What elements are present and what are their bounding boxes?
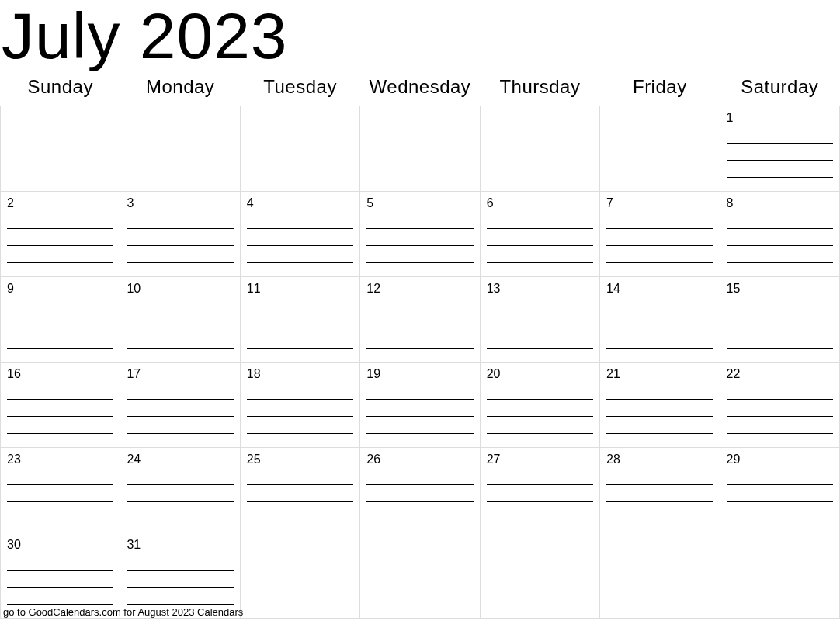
writing-lines bbox=[487, 468, 593, 519]
day-number: 31 bbox=[127, 538, 233, 552]
calendar-day-cell: 27 bbox=[480, 448, 599, 533]
day-number: 28 bbox=[606, 453, 713, 467]
writing-lines bbox=[366, 297, 473, 349]
calendar-day-cell: 23 bbox=[1, 448, 120, 533]
writing-lines bbox=[487, 212, 593, 263]
day-number: 15 bbox=[727, 282, 833, 296]
calendar-day-cell bbox=[360, 106, 480, 192]
calendar-day-cell: 28 bbox=[600, 448, 720, 533]
day-number: 14 bbox=[606, 282, 713, 296]
calendar-day-cell: 9 bbox=[1, 277, 120, 363]
day-number: 7 bbox=[606, 196, 713, 210]
day-number: 1 bbox=[727, 111, 833, 125]
weekday-header: Wednesday bbox=[360, 71, 480, 106]
weekday-header: Saturday bbox=[720, 71, 839, 106]
writing-lines bbox=[727, 383, 833, 434]
writing-lines bbox=[7, 553, 113, 605]
day-number: 11 bbox=[247, 282, 353, 296]
day-number: 8 bbox=[727, 196, 833, 210]
calendar-day-cell: 4 bbox=[240, 192, 359, 277]
writing-lines bbox=[247, 383, 353, 434]
calendar-week-row: 2345678 bbox=[1, 192, 840, 277]
calendar-day-cell: 17 bbox=[120, 363, 240, 448]
calendar-day-cell: 14 bbox=[600, 277, 720, 363]
day-number: 4 bbox=[247, 196, 353, 210]
writing-lines bbox=[127, 297, 233, 349]
calendar-day-cell: 2 bbox=[1, 192, 120, 277]
day-number: 2 bbox=[7, 196, 113, 210]
writing-lines bbox=[727, 127, 833, 178]
calendar-day-cell: 18 bbox=[240, 363, 359, 448]
writing-lines bbox=[127, 212, 233, 263]
calendar-day-cell bbox=[240, 106, 359, 192]
calendar-day-cell: 22 bbox=[720, 363, 839, 448]
writing-lines bbox=[127, 383, 233, 434]
day-number: 6 bbox=[487, 196, 593, 210]
calendar-day-cell bbox=[600, 106, 720, 192]
day-number: 10 bbox=[127, 282, 233, 296]
day-number: 16 bbox=[7, 367, 113, 381]
day-number: 12 bbox=[366, 282, 473, 296]
day-number: 21 bbox=[606, 367, 713, 381]
calendar-day-cell: 7 bbox=[600, 192, 720, 277]
weekday-header: Monday bbox=[120, 71, 240, 106]
writing-lines bbox=[487, 297, 593, 349]
day-number: 9 bbox=[7, 282, 113, 296]
calendar-body: 1234567891011121314151617181920212223242… bbox=[1, 106, 840, 619]
calendar-day-cell: 29 bbox=[720, 448, 839, 533]
calendar-day-cell: 10 bbox=[120, 277, 240, 363]
writing-lines bbox=[606, 468, 713, 519]
calendar-day-cell bbox=[720, 533, 839, 619]
day-number: 20 bbox=[487, 367, 593, 381]
weekday-header: Sunday bbox=[1, 71, 120, 106]
weekday-header: Thursday bbox=[480, 71, 599, 106]
calendar-grid: Sunday Monday Tuesday Wednesday Thursday… bbox=[0, 71, 840, 619]
calendar-day-cell: 1 bbox=[720, 106, 839, 192]
calendar-day-cell: 21 bbox=[600, 363, 720, 448]
writing-lines bbox=[366, 383, 473, 434]
calendar-day-cell: 19 bbox=[360, 363, 480, 448]
day-number: 30 bbox=[7, 538, 113, 552]
writing-lines bbox=[7, 468, 113, 519]
calendar-day-cell: 8 bbox=[720, 192, 839, 277]
day-number: 18 bbox=[247, 367, 353, 381]
writing-lines bbox=[127, 553, 233, 605]
writing-lines bbox=[7, 383, 113, 434]
weekday-header-row: Sunday Monday Tuesday Wednesday Thursday… bbox=[1, 71, 840, 106]
calendar-day-cell: 15 bbox=[720, 277, 839, 363]
calendar-week-row: 16171819202122 bbox=[1, 363, 840, 448]
day-number: 23 bbox=[7, 453, 113, 467]
calendar-day-cell bbox=[480, 106, 599, 192]
calendar-day-cell: 5 bbox=[360, 192, 480, 277]
calendar-day-cell: 16 bbox=[1, 363, 120, 448]
weekday-header: Friday bbox=[600, 71, 720, 106]
writing-lines bbox=[7, 297, 113, 349]
calendar-day-cell: 11 bbox=[240, 277, 359, 363]
calendar-day-cell bbox=[120, 106, 240, 192]
day-number: 19 bbox=[366, 367, 473, 381]
writing-lines bbox=[727, 297, 833, 349]
day-number: 5 bbox=[366, 196, 473, 210]
calendar-day-cell: 20 bbox=[480, 363, 599, 448]
calendar-week-row: 1 bbox=[1, 106, 840, 192]
calendar-day-cell: 26 bbox=[360, 448, 480, 533]
day-number: 27 bbox=[487, 453, 593, 467]
calendar-day-cell bbox=[360, 533, 480, 619]
calendar-day-cell: 24 bbox=[120, 448, 240, 533]
footer-text: go to GoodCalendars.com for August 2023 … bbox=[3, 606, 243, 618]
calendar-day-cell: 12 bbox=[360, 277, 480, 363]
weekday-header: Tuesday bbox=[240, 71, 359, 106]
writing-lines bbox=[7, 212, 113, 263]
day-number: 17 bbox=[127, 367, 233, 381]
day-number: 24 bbox=[127, 453, 233, 467]
writing-lines bbox=[606, 212, 713, 263]
writing-lines bbox=[606, 297, 713, 349]
writing-lines bbox=[247, 297, 353, 349]
day-number: 22 bbox=[727, 367, 833, 381]
writing-lines bbox=[127, 468, 233, 519]
calendar-week-row: 9101112131415 bbox=[1, 277, 840, 363]
calendar-week-row: 23242526272829 bbox=[1, 448, 840, 533]
day-number: 29 bbox=[727, 453, 833, 467]
day-number: 26 bbox=[366, 453, 473, 467]
calendar-day-cell: 6 bbox=[480, 192, 599, 277]
